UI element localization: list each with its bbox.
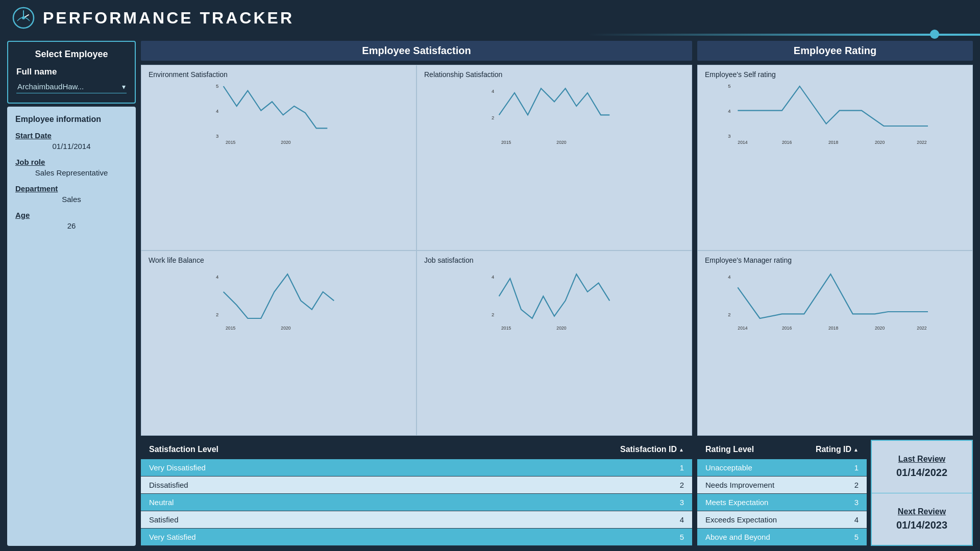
svg-text:4: 4 — [216, 274, 219, 280]
svg-text:2020: 2020 — [281, 140, 290, 145]
rating-table-header: Rating Level Rating ID ▲ — [697, 440, 867, 459]
chart-rel-svg: 4 2 2015 2020 — [424, 80, 684, 146]
row-id-value: 1 — [680, 463, 684, 472]
row-id-value: 3 — [680, 498, 684, 507]
dashboard-icon — [12, 7, 35, 29]
header-dot — [930, 30, 939, 39]
chart-env-svg: 5 4 3 2015 2020 — [149, 80, 409, 146]
svg-text:2022: 2022 — [917, 325, 926, 330]
start-date-label: Start Date — [15, 131, 128, 140]
sat-col1-title: Satisfaction Level — [149, 445, 218, 454]
svg-text:2020: 2020 — [281, 325, 290, 330]
middle-panel: Employee Satisfaction Environment Satisf… — [141, 41, 692, 546]
chart-job-label: Job satisfaction — [424, 256, 684, 264]
row-level-label: Neutral — [149, 498, 174, 507]
row-id-value: 2 — [854, 481, 859, 489]
select-employee-box: Select Employee Full name ArchaimbaudHaw… — [7, 41, 136, 104]
rating-bottom: Rating Level Rating ID ▲ Unacceptable1Ne… — [697, 440, 973, 546]
row-level-label: Satisfied — [149, 515, 179, 524]
last-review-date: 01/14/2022 — [896, 467, 947, 479]
svg-text:5: 5 — [728, 83, 730, 89]
svg-text:2014: 2014 — [738, 325, 747, 330]
svg-text:2015: 2015 — [501, 140, 511, 145]
satisfaction-table: Satisfaction Level Satisfaction ID ▲ Ver… — [141, 440, 692, 546]
chart-mgr-svg: 4 2 2014 2016 2018 2020 2022 — [705, 265, 965, 332]
svg-text:2: 2 — [216, 311, 218, 317]
employee-info-box: Employee information Start Date 01/11/20… — [7, 107, 136, 546]
svg-text:4: 4 — [728, 108, 731, 114]
age-label: Age — [15, 211, 128, 219]
svg-text:5: 5 — [216, 83, 218, 89]
chart-wlb-svg: 4 2 2015 2020 — [149, 265, 409, 332]
app-title: PERFORMANCE TRACKER — [43, 9, 294, 28]
chart-self-rating: Employee's Self rating 5 4 3 2014 2016 2… — [697, 65, 973, 251]
next-review-title: Next Review — [898, 507, 946, 516]
svg-text:2: 2 — [492, 115, 494, 120]
table-row[interactable]: Exceeds Expectation4 — [697, 511, 867, 529]
rating-title: Employee Rating — [697, 41, 973, 61]
table-row[interactable]: Satisfied4 — [141, 511, 692, 529]
row-id-value: 4 — [854, 515, 859, 524]
department-value: Sales — [15, 195, 128, 204]
svg-text:2015: 2015 — [226, 140, 235, 145]
chart-mgr-label: Employee's Manager rating — [705, 256, 965, 264]
chart-env-label: Environment Satisfaction — [149, 70, 409, 79]
rat-col1-title: Rating Level — [705, 445, 754, 454]
svg-text:2020: 2020 — [875, 325, 885, 330]
svg-text:2: 2 — [492, 311, 494, 317]
table-row[interactable]: Meets Expectation3 — [697, 494, 867, 511]
last-review-title: Last Review — [898, 455, 945, 464]
chart-wlb-label: Work life Balance — [149, 256, 409, 264]
sat-col2-title: Satisfaction ID ▲ — [620, 445, 684, 454]
row-level-label: Above and Beyond — [705, 533, 770, 541]
main-content: Select Employee Full name ArchaimbaudHaw… — [0, 36, 980, 551]
satisfaction-table-header: Satisfaction Level Satisfaction ID ▲ — [141, 440, 692, 459]
employee-info-title: Employee information — [15, 115, 128, 124]
chart-environment: Environment Satisfaction 5 4 3 2015 2020 — [141, 65, 416, 251]
rating-sort-arrow-icon: ▲ — [853, 447, 859, 453]
row-level-label: Dissatisfied — [149, 481, 188, 489]
svg-text:4: 4 — [492, 274, 495, 280]
start-date-value: 01/11/2014 — [15, 142, 128, 151]
department-label: Department — [15, 184, 128, 193]
svg-text:2016: 2016 — [782, 325, 792, 330]
svg-text:2020: 2020 — [875, 140, 885, 145]
row-level-label: Meets Expectation — [705, 498, 768, 507]
table-row[interactable]: Above and Beyond5 — [697, 529, 867, 546]
table-row[interactable]: Dissatisfied2 — [141, 477, 692, 494]
chart-relationship: Relationship Satisfaction 4 2 2015 2020 — [416, 65, 692, 251]
satisfaction-title: Employee Satisfaction — [141, 41, 692, 61]
rat-col2-title: Rating ID ▲ — [816, 445, 859, 454]
svg-text:2014: 2014 — [738, 140, 747, 145]
chart-self-svg: 5 4 3 2014 2016 2018 2020 2022 — [705, 80, 965, 146]
row-id-value: 5 — [854, 533, 859, 541]
table-row[interactable]: Needs Improvement2 — [697, 477, 867, 494]
table-row[interactable]: Unacceptable1 — [697, 459, 867, 477]
chart-worklife: Work life Balance 4 2 2015 2020 — [141, 251, 416, 436]
svg-text:4: 4 — [728, 274, 731, 280]
svg-text:2016: 2016 — [782, 140, 792, 145]
svg-text:2: 2 — [728, 311, 730, 317]
row-level-label: Exceeds Expectation — [705, 515, 777, 524]
table-row[interactable]: Very Satisfied5 — [141, 529, 692, 546]
app-header: PERFORMANCE TRACKER — [0, 0, 980, 36]
row-id-value: 5 — [680, 533, 684, 541]
rating-charts-area: Employee's Self rating 5 4 3 2014 2016 2… — [697, 65, 973, 436]
employee-dropdown[interactable]: ArchaimbaudHaw... ▾ — [16, 80, 127, 93]
job-role-label: Job role — [15, 158, 128, 166]
table-row[interactable]: Neutral3 — [141, 494, 692, 511]
row-id-value: 3 — [854, 498, 859, 507]
svg-text:2015: 2015 — [226, 325, 235, 330]
table-row[interactable]: Very Dissatisfied1 — [141, 459, 692, 477]
rating-table-body: Unacceptable1Needs Improvement2Meets Exp… — [697, 459, 867, 546]
svg-text:2018: 2018 — [828, 140, 838, 145]
svg-text:2020: 2020 — [556, 325, 566, 330]
chevron-down-icon: ▾ — [122, 83, 126, 91]
row-level-label: Very Dissatisfied — [149, 463, 206, 472]
svg-text:4: 4 — [216, 108, 219, 114]
row-level-label: Very Satisfied — [149, 533, 196, 541]
next-review-date: 01/14/2023 — [896, 519, 947, 531]
chart-job-svg: 4 2 2015 2020 — [424, 265, 684, 332]
row-id-value: 2 — [680, 481, 684, 489]
full-name-label: Full name — [16, 67, 127, 77]
